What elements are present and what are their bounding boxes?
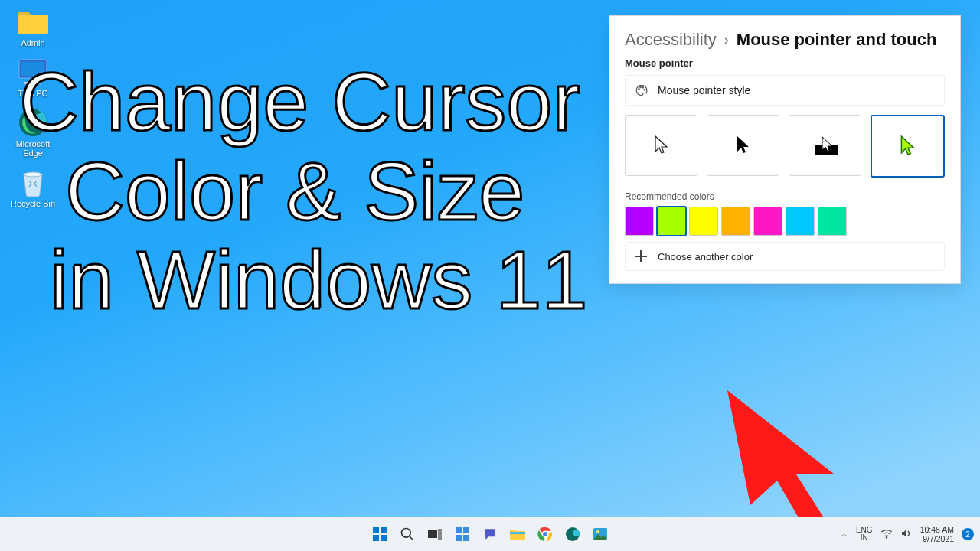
- mouse-pointer-style-row[interactable]: Mouse pointer style: [625, 75, 945, 106]
- plus-icon: [635, 250, 647, 262]
- breadcrumb-current: Mouse pointer and touch: [737, 30, 937, 50]
- photos-button[interactable]: [590, 523, 611, 545]
- pointer-style-black[interactable]: [707, 115, 779, 176]
- svg-rect-11: [373, 527, 379, 533]
- pointer-style-white[interactable]: [625, 115, 697, 176]
- color-swatch-lime[interactable]: [657, 207, 686, 236]
- chat-button[interactable]: [479, 523, 501, 545]
- svg-point-28: [596, 530, 599, 533]
- pointer-style-inverted[interactable]: [789, 115, 861, 176]
- svg-rect-13: [373, 535, 379, 541]
- pointer-style-options: [625, 115, 945, 178]
- taskbar-center: [369, 523, 611, 545]
- svg-rect-19: [456, 527, 462, 533]
- clock[interactable]: 10:48 AM 9/7/2021: [920, 525, 954, 543]
- section-title-mouse-pointer: Mouse pointer: [625, 57, 945, 69]
- svg-rect-18: [438, 529, 442, 540]
- chrome-button[interactable]: [534, 523, 556, 545]
- svg-rect-14: [381, 535, 387, 541]
- widgets-button[interactable]: [452, 523, 473, 545]
- notification-badge[interactable]: 2: [962, 528, 974, 540]
- svg-rect-23: [510, 532, 525, 534]
- svg-point-7: [640, 86, 642, 88]
- breadcrumb: Accessibility › Mouse pointer and touch: [625, 30, 945, 50]
- svg-rect-12: [381, 527, 387, 533]
- svg-rect-22: [463, 535, 469, 541]
- wifi-icon[interactable]: [880, 528, 893, 541]
- desktop: Admin This PC Microsoft Edge Recycle Bin…: [0, 0, 980, 551]
- search-button[interactable]: [397, 523, 418, 545]
- svg-point-15: [402, 529, 411, 538]
- tray-overflow-button[interactable]: ︿: [841, 529, 848, 540]
- svg-rect-20: [463, 527, 469, 533]
- task-view-button[interactable]: [424, 523, 446, 545]
- choose-another-color-label: Choose another color: [658, 251, 753, 262]
- edge-taskbar-button[interactable]: [562, 523, 583, 545]
- chevron-right-icon: ›: [724, 32, 729, 48]
- palette-icon: [635, 83, 648, 97]
- color-swatch-yellow[interactable]: [689, 207, 718, 236]
- svg-rect-21: [456, 535, 462, 541]
- svg-point-25: [542, 531, 547, 536]
- settings-panel: Accessibility › Mouse pointer and touch …: [609, 15, 961, 284]
- desktop-icon-label: Admin: [21, 38, 44, 47]
- language-bottom: IN: [856, 534, 873, 543]
- headline-line-1: Change Cursor: [19, 57, 587, 147]
- language-indicator[interactable]: ENG IN: [856, 527, 873, 543]
- volume-icon[interactable]: [900, 528, 913, 541]
- color-swatch-cyan[interactable]: [786, 207, 815, 236]
- clock-date: 9/7/2021: [920, 534, 954, 543]
- clock-time: 10:48 AM: [920, 525, 954, 534]
- headline-overlay: Change Cursor Color & Size in Windows 11: [19, 57, 587, 325]
- svg-point-29: [886, 536, 887, 537]
- pointer-style-custom[interactable]: [871, 115, 945, 178]
- headline-line-3: in Windows 11: [50, 236, 587, 325]
- svg-point-9: [644, 90, 645, 91]
- color-swatch-pink[interactable]: [753, 207, 782, 236]
- headline-line-2: Color & Size: [65, 147, 587, 236]
- desktop-icon-admin[interactable]: Admin: [6, 6, 60, 47]
- taskbar: ︿ ENG IN 10:48 AM 9/7/2021 2: [0, 517, 980, 551]
- svg-rect-17: [428, 530, 437, 538]
- svg-point-8: [642, 87, 644, 89]
- start-button[interactable]: [369, 523, 390, 545]
- file-explorer-button[interactable]: [507, 523, 528, 545]
- color-swatch-gold[interactable]: [721, 207, 750, 236]
- system-tray: ︿ ENG IN 10:48 AM 9/7/2021 2: [841, 517, 974, 551]
- choose-another-color-button[interactable]: Choose another color: [625, 242, 945, 271]
- color-swatches: [625, 207, 945, 236]
- color-swatch-purple[interactable]: [625, 207, 654, 236]
- mouse-pointer-style-label: Mouse pointer style: [658, 84, 750, 96]
- red-arrow-graphic: [720, 383, 850, 523]
- breadcrumb-parent[interactable]: Accessibility: [625, 30, 717, 50]
- color-swatch-teal[interactable]: [818, 207, 847, 236]
- svg-point-6: [639, 89, 640, 90]
- recommended-colors-label: Recommended colors: [625, 191, 945, 202]
- folder-icon: [16, 6, 50, 37]
- svg-line-16: [410, 536, 413, 540]
